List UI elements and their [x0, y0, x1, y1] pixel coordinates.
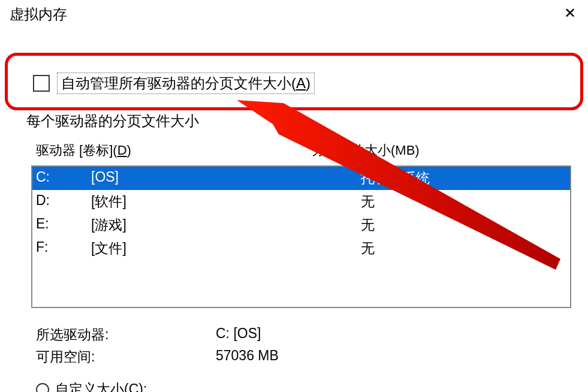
columns-header: 驱动器 [卷标](D) 分页文件大小(MB) [0, 131, 588, 165]
auto-manage-label[interactable]: 自动管理所有驱动器的分页文件大小(A) [57, 73, 315, 94]
column-drive-header: 驱动器 [卷标](D) [36, 141, 312, 159]
auto-manage-checkbox[interactable] [33, 75, 50, 92]
drive-label: [文件] [91, 239, 361, 258]
list-item[interactable]: D: [软件] 无 [32, 190, 570, 213]
drive-label: [OS] [91, 169, 361, 188]
drive-size: 托管的系统 [361, 169, 430, 188]
drive-letter: D: [36, 192, 91, 211]
free-space-value: 57036 MB [216, 348, 279, 366]
titlebar: 虚拟内存 ✕ [0, 0, 588, 29]
close-icon[interactable]: ✕ [562, 5, 578, 22]
list-item[interactable]: C: [OS] 托管的系统 [32, 167, 570, 190]
section-header: 每个驱动器的分页文件大小 [0, 109, 588, 131]
drive-label: [游戏] [91, 216, 361, 234]
drive-letter: C: [36, 169, 91, 188]
drive-size: 无 [361, 216, 375, 234]
drive-size: 无 [361, 192, 375, 211]
selected-drive-value: C: [OS] [216, 325, 261, 344]
drives-listbox[interactable]: C: [OS] 托管的系统 D: [软件] 无 E: [游戏] 无 F: [文件… [31, 165, 571, 308]
column-size-header: 分页文件大小(MB) [312, 141, 420, 159]
list-item[interactable]: E: [游戏] 无 [32, 213, 570, 237]
drive-label: [软件] [91, 192, 361, 211]
auto-manage-highlight: 自动管理所有驱动器的分页文件大小(A) [5, 53, 583, 110]
custom-size-radio[interactable] [36, 383, 49, 393]
drive-letter: F: [36, 239, 91, 258]
drive-letter: E: [36, 216, 91, 234]
drive-size: 无 [361, 239, 375, 258]
custom-size-row[interactable]: 自定义大小(C): [0, 372, 588, 392]
selected-drive-label: 所选驱动器: [36, 325, 216, 344]
list-item[interactable]: F: [文件] 无 [32, 237, 570, 260]
free-space-label: 可用空间: [36, 348, 216, 366]
custom-size-label: 自定义大小(C): [55, 380, 147, 392]
selected-drive-info: 所选驱动器: C: [OS] 可用空间: 57036 MB [0, 308, 588, 372]
window-title: 虚拟内存 [10, 5, 67, 24]
